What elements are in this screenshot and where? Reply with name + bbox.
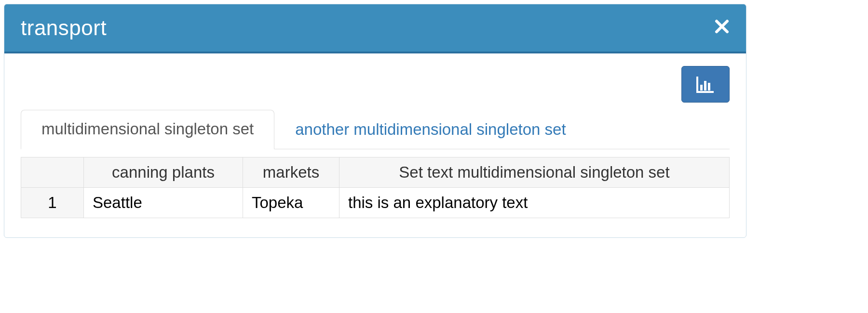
- tab-multidimensional-singleton-set[interactable]: multidimensional singleton set: [21, 110, 274, 149]
- bar-chart-icon: [696, 75, 715, 93]
- panel-title: transport: [21, 16, 107, 40]
- tab-another-multidimensional-singleton-set[interactable]: another multidimensional singleton set: [274, 110, 586, 149]
- col-header-set-text: Set text multidimensional singleton set: [339, 157, 730, 188]
- col-header-markets: markets: [243, 157, 339, 188]
- tab-label: multidimensional singleton set: [41, 120, 254, 138]
- row-number: 1: [21, 188, 84, 218]
- cell-markets[interactable]: Topeka: [243, 188, 339, 218]
- panel-body: multidimensional singleton set another m…: [4, 53, 746, 237]
- tab-label: another multidimensional singleton set: [295, 120, 566, 138]
- svg-rect-2: [700, 85, 703, 91]
- col-header-rownum: [21, 157, 84, 188]
- table-row: 1 Seattle Topeka this is an explanatory …: [21, 188, 730, 218]
- chart-button[interactable]: [681, 66, 730, 103]
- action-row: [21, 66, 730, 103]
- data-table: canning plants markets Set text multidim…: [21, 157, 730, 218]
- panel: transport mult: [4, 4, 746, 238]
- svg-rect-4: [708, 83, 710, 91]
- table-header-row: canning plants markets Set text multidim…: [21, 157, 730, 188]
- cell-set-text[interactable]: this is an explanatory text: [339, 188, 730, 218]
- cell-canning-plants[interactable]: Seattle: [84, 188, 243, 218]
- col-header-canning-plants: canning plants: [84, 157, 243, 188]
- tabs: multidimensional singleton set another m…: [21, 109, 730, 149]
- close-icon[interactable]: [714, 19, 730, 37]
- panel-header: transport: [4, 4, 746, 53]
- svg-rect-3: [704, 81, 706, 91]
